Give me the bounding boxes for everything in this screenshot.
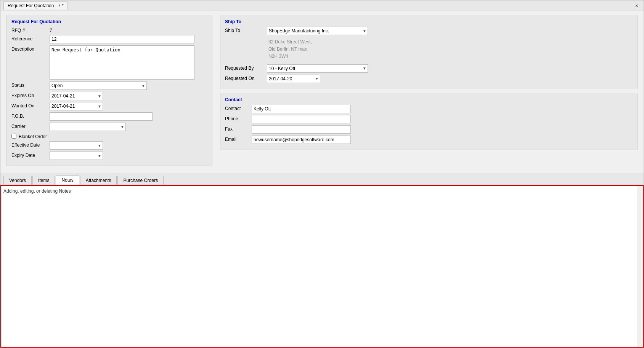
tab-vendors-label: Vendors	[9, 178, 26, 183]
wanted-on-label: Wanted On	[11, 102, 50, 109]
modified-indicator: *	[62, 3, 64, 8]
fax-row: Fax	[225, 125, 633, 134]
address-row: 32 Duke Street West, Old Berlin, NT man …	[225, 37, 633, 61]
fax-input[interactable]	[252, 125, 351, 134]
expires-on-label: Expires On	[11, 92, 50, 98]
ship-to-select-wrapper: ShopEdge Manufacturing Inc. ▼	[267, 27, 368, 35]
status-row: Status Open Closed Pending ▼	[11, 81, 207, 90]
rfq-number-label: RFQ #	[11, 27, 50, 33]
expiry-date-input[interactable]	[50, 152, 103, 160]
effective-date-row: Effective Date ▼	[11, 141, 207, 150]
contact-name-input[interactable]	[252, 105, 351, 113]
notes-tab-content[interactable]: Adding, editing, or deleting Notes	[0, 185, 644, 348]
address-line2: Old Berlin, NT man	[268, 46, 312, 53]
fob-label: F.O.B.	[11, 112, 50, 119]
contact-label: Contact	[225, 105, 252, 111]
ship-to-address: 32 Duke Street West, Old Berlin, NT man …	[268, 38, 312, 61]
expiry-date-row: Expiry Date ▼	[11, 152, 207, 160]
effective-date-wrapper: ▼	[50, 141, 103, 150]
reference-row: Reference	[11, 35, 207, 43]
ship-to-section-title: Ship To	[225, 19, 633, 24]
ship-to-select[interactable]: ShopEdge Manufacturing Inc.	[267, 27, 368, 35]
blanket-order-label: Blanket Order	[19, 133, 47, 139]
main-window: Request For Quotation - 7 * × Request Fo…	[0, 0, 644, 348]
email-row: Email	[225, 136, 633, 144]
tab-notes-label: Notes	[61, 177, 73, 183]
rfq-number-row: RFQ # 7	[11, 27, 207, 33]
wanted-on-wrapper: ▼	[50, 102, 103, 110]
requested-on-row: Requested On ▼	[225, 75, 633, 83]
notes-scrollbar[interactable]	[637, 186, 643, 347]
reference-input[interactable]	[50, 35, 194, 43]
ship-to-section: Ship To Ship To ShopEdge Manufacturing I…	[220, 15, 638, 89]
form-container: Request For Quotation RFQ # 7 Reference …	[0, 11, 644, 174]
tab-purchase-orders-label: Purchase Orders	[123, 178, 158, 183]
requested-by-label: Requested By	[225, 64, 267, 71]
requested-on-label: Requested On	[225, 75, 267, 81]
tab-items-label: Items	[38, 178, 49, 183]
status-label: Status	[11, 81, 50, 88]
tab-notes[interactable]: Notes	[56, 176, 79, 185]
fob-input[interactable]	[50, 112, 153, 121]
status-select[interactable]: Open Closed Pending	[50, 81, 147, 90]
fob-row: F.O.B.	[11, 112, 207, 121]
phone-row: Phone	[225, 115, 633, 123]
rfq-number-value: 7	[50, 27, 52, 33]
effective-date-label: Effective Date	[11, 141, 50, 148]
tabs-bar: Vendors Items Notes Attachments Purchase…	[0, 174, 644, 185]
description-textarea[interactable]: New Request for Quotation	[50, 45, 194, 80]
reference-label: Reference	[11, 35, 50, 42]
address-line3: N2H 3W4	[268, 53, 312, 60]
expires-on-row: Expires On ▼	[11, 92, 207, 100]
phone-input[interactable]	[252, 115, 351, 123]
window-title-text: Request For Quotation - 7	[8, 3, 61, 8]
right-column: Ship To Ship To ShopEdge Manufacturing I…	[220, 15, 638, 170]
requested-on-input[interactable]	[267, 75, 320, 83]
tab-vendors[interactable]: Vendors	[3, 176, 32, 185]
contact-section: Contact Contact Phone Fax Email	[220, 93, 638, 150]
status-select-wrapper: Open Closed Pending ▼	[50, 81, 147, 90]
carrier-label: Carrier	[11, 123, 50, 129]
address-spacer	[225, 37, 267, 38]
notes-placeholder-text: Adding, editing, or deleting Notes	[3, 188, 71, 194]
requested-by-select-wrapper: 10 - Kelly Ott ▼	[267, 64, 368, 73]
description-row: Description New Request for Quotation	[11, 45, 207, 80]
requested-on-wrapper: ▼	[267, 75, 320, 83]
requested-by-row: Requested By 10 - Kelly Ott ▼	[225, 64, 633, 73]
close-button[interactable]: ×	[633, 2, 641, 10]
email-input[interactable]	[252, 136, 351, 144]
carrier-select-wrapper: ▼	[50, 123, 126, 131]
content-area: Request For Quotation RFQ # 7 Reference …	[0, 11, 644, 348]
title-bar-left: Request For Quotation - 7 *	[3, 2, 68, 10]
ship-to-row: Ship To ShopEdge Manufacturing Inc. ▼	[225, 27, 633, 35]
tab-attachments[interactable]: Attachments	[80, 176, 117, 185]
carrier-row: Carrier ▼	[11, 123, 207, 131]
expiry-date-wrapper: ▼	[50, 152, 103, 160]
blanket-order-checkbox[interactable]	[11, 134, 16, 139]
carrier-select[interactable]	[50, 123, 126, 131]
rfq-section-title: Request For Quotation	[11, 19, 207, 24]
effective-date-input[interactable]	[50, 141, 103, 150]
description-label: Description	[11, 45, 50, 52]
left-column: Request For Quotation RFQ # 7 Reference …	[6, 15, 212, 170]
ship-to-label: Ship To	[225, 27, 267, 33]
wanted-on-input[interactable]	[50, 102, 103, 110]
blanket-order-row: Blanket Order	[11, 133, 207, 139]
contact-section-title: Contact	[225, 97, 633, 102]
tab-attachments-label: Attachments	[86, 178, 111, 183]
tab-items[interactable]: Items	[32, 176, 55, 185]
expiry-date-label: Expiry Date	[11, 152, 50, 158]
fax-label: Fax	[225, 125, 252, 132]
address-line1: 32 Duke Street West,	[268, 38, 312, 46]
title-bar: Request For Quotation - 7 * ×	[0, 0, 644, 11]
expires-on-wrapper: ▼	[50, 92, 103, 100]
rfq-section: Request For Quotation RFQ # 7 Reference …	[6, 15, 212, 166]
wanted-on-row: Wanted On ▼	[11, 102, 207, 110]
contact-name-row: Contact	[225, 105, 633, 113]
window-title-tab[interactable]: Request For Quotation - 7 *	[3, 2, 68, 10]
email-label: Email	[225, 136, 252, 142]
expires-on-input[interactable]	[50, 92, 103, 100]
tab-purchase-orders[interactable]: Purchase Orders	[117, 176, 164, 185]
requested-by-select[interactable]: 10 - Kelly Ott	[267, 64, 368, 73]
phone-label: Phone	[225, 115, 252, 121]
